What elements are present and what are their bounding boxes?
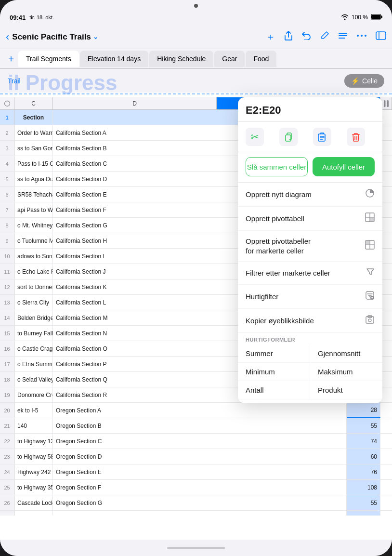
table-row[interactable]: 23to Highway 58Oregon Section D60 xyxy=(0,449,392,464)
back-button[interactable]: ‹ xyxy=(6,31,9,43)
cell-section[interactable]: o Sierra City xyxy=(14,295,53,310)
row-number: 7 xyxy=(0,202,14,217)
battery-percent: 100 % xyxy=(352,14,368,21)
quickfilter-item[interactable]: Hurtigfilter xyxy=(238,285,382,309)
merge-cells-button[interactable]: Slå sammen celler xyxy=(246,157,308,176)
sidebar-icon[interactable] xyxy=(376,31,386,42)
cell-location[interactable]: Oregon Section G xyxy=(53,495,347,510)
cell-distance[interactable]: 60 xyxy=(347,449,380,464)
delete-button[interactable] xyxy=(347,128,365,146)
cell-section[interactable]: o Mt. Whitney xyxy=(14,218,53,233)
table-row[interactable]: 20ek to I-5Oregon Section A28 xyxy=(0,403,392,418)
cell-distance[interactable]: 148 xyxy=(347,511,380,516)
cell-section[interactable]: sort to Donner Pass xyxy=(14,279,53,294)
chart-icon xyxy=(365,188,375,200)
formula-summer[interactable]: Summer xyxy=(238,344,310,363)
formula-minimum[interactable]: Minimum xyxy=(238,363,310,381)
cell-section[interactable]: to Burney Falls xyxy=(14,326,53,341)
cell-distance[interactable]: 108 xyxy=(347,480,380,495)
cell-section[interactable]: o Tuolumne Meadows xyxy=(14,233,53,248)
row-number: 14 xyxy=(0,310,14,325)
cell-section[interactable]: Donomore Creek xyxy=(14,387,53,402)
add-tab-button[interactable]: ＋ xyxy=(4,52,18,66)
svg-rect-9 xyxy=(376,32,386,40)
cell-location[interactable]: Washington Section H xyxy=(53,511,347,516)
cell-section[interactable]: o Castle Crags xyxy=(14,341,53,356)
cell-section[interactable]: ss to San Gorgonio Pass xyxy=(14,141,53,156)
cell-section[interactable]: adows to Sonora Pass xyxy=(14,249,53,264)
more-icon[interactable] xyxy=(356,31,367,42)
formula-gjennomsnitt[interactable]: Gjennomsnitt xyxy=(310,344,382,363)
cell-section[interactable]: Highway 242 xyxy=(14,464,53,479)
copy-snapshot-item[interactable]: Kopier øyeblikksbilde xyxy=(238,309,382,333)
cell-section[interactable]: o Seiad Valley xyxy=(14,372,53,387)
cell-location[interactable]: Oregon Section A xyxy=(53,403,347,418)
tab-elevation[interactable]: Elevation 14 days xyxy=(80,51,149,67)
cell-section-header[interactable]: Section xyxy=(14,110,53,125)
row-number: 24 xyxy=(0,464,14,479)
cell-distance[interactable]: 28 xyxy=(347,403,380,418)
cell-section[interactable]: Order to Warner Springs xyxy=(14,125,53,140)
create-chart-item[interactable]: Opprett nytt diagram xyxy=(238,183,382,207)
snapshot-icon xyxy=(365,315,375,327)
cell-section[interactable]: to Highway 35 xyxy=(14,480,53,495)
autofill-button[interactable]: Autofyll celler xyxy=(313,157,375,176)
copy-button[interactable] xyxy=(279,128,298,146)
cell-section[interactable]: to Highway 58 xyxy=(14,449,53,464)
table-row[interactable]: 24Highway 242Oregon Section E76 xyxy=(0,464,392,480)
paste-button[interactable] xyxy=(313,128,331,146)
cell-section[interactable]: ss to Agua Dulce xyxy=(14,172,53,186)
cell-section[interactable]: s to Highway 12 xyxy=(14,511,53,516)
cell-distance[interactable]: 55 xyxy=(347,418,380,433)
cell-section[interactable]: to Highway 138 xyxy=(14,434,53,449)
cell-location[interactable]: Oregon Section E xyxy=(53,464,347,479)
cell-section[interactable]: ek to I-5 xyxy=(14,403,53,418)
undo-icon[interactable] xyxy=(301,31,311,42)
row-number: 27 xyxy=(0,511,14,516)
filter-item[interactable]: Filtrer etter markerte celler xyxy=(238,262,382,285)
formula-produkt[interactable]: Produkt xyxy=(310,381,382,399)
sheet-tabs: ＋ Trail Segments Elevation 14 days Hikin… xyxy=(0,49,392,68)
tab-gear[interactable]: Gear xyxy=(214,51,245,67)
tab-food[interactable]: Food xyxy=(246,51,276,67)
cell-location[interactable]: Oregon Section C xyxy=(53,434,347,449)
share-icon[interactable] xyxy=(284,30,293,43)
formula-antall[interactable]: Antall xyxy=(238,381,310,399)
cell-section[interactable]: SR58 Tehachapi Pass xyxy=(14,187,53,202)
cut-button[interactable]: ✂ xyxy=(246,128,264,146)
table-row[interactable]: 22to Highway 138Oregon Section C74 xyxy=(0,434,392,449)
create-pivot-item[interactable]: Opprett pivottabell xyxy=(238,207,382,231)
document-title: Scenic Pacific Trails xyxy=(12,32,91,42)
format-icon[interactable] xyxy=(338,31,348,42)
formula-maksimum[interactable]: Maksimum xyxy=(310,363,382,381)
create-pivot-selected-item[interactable]: Opprett pivottabeller for markerte celle… xyxy=(238,231,382,262)
svg-rect-13 xyxy=(387,100,389,107)
cell-section[interactable]: o Etna Summit xyxy=(14,357,53,371)
table-row[interactable]: 25to Highway 35Oregon Section F108 xyxy=(0,480,392,495)
cell-location[interactable]: Oregon Section D xyxy=(53,449,347,464)
cell-section[interactable]: Cascade Locks xyxy=(14,495,53,510)
table-row[interactable]: 26Cascade LocksOregon Section G55 xyxy=(0,495,392,511)
cell-section[interactable]: api Pass to Walker Pass xyxy=(14,202,53,217)
col-header-c[interactable]: C xyxy=(14,97,53,109)
row-number: 15 xyxy=(0,326,14,341)
cell-location[interactable]: Oregon Section F xyxy=(53,480,347,495)
pencil-icon[interactable] xyxy=(320,31,329,43)
cell-location[interactable]: Oregon Section B xyxy=(53,418,347,433)
cell-section[interactable]: Belden Bridge xyxy=(14,310,53,325)
tab-trail-segments[interactable]: Trail Segments xyxy=(18,51,79,67)
add-sheet-icon[interactable]: ＋ xyxy=(266,30,275,43)
cell-distance[interactable]: 55 xyxy=(347,495,380,510)
title-chevron-icon[interactable]: ⌄ xyxy=(93,33,98,40)
table-row[interactable]: 27s to Highway 12Washington Section H148 xyxy=(0,511,392,516)
context-menu-icons-row: ✂ xyxy=(238,122,382,152)
col-header-d[interactable]: D xyxy=(53,97,217,109)
cell-distance[interactable]: 76 xyxy=(347,464,380,479)
cell-section[interactable]: 140 xyxy=(14,418,53,433)
table-row[interactable]: 21140Oregon Section B55 xyxy=(0,418,392,434)
context-menu-buttons: Slå sammen celler Autofyll celler xyxy=(238,152,382,183)
cell-distance[interactable]: 74 xyxy=(347,434,380,449)
cell-section[interactable]: Pass to I-15 Cajon Pass xyxy=(14,156,53,171)
cell-section[interactable]: o Echo Lake Resort xyxy=(14,264,53,279)
tab-hiking-schedule[interactable]: Hiking Schedule xyxy=(149,51,213,67)
